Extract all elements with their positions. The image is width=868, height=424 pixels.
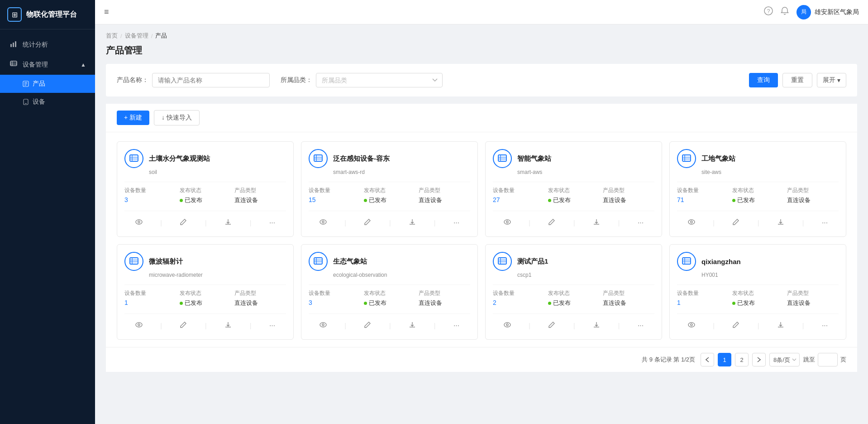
- svg-point-32: [506, 221, 508, 223]
- filter-name-input[interactable]: [152, 73, 270, 87]
- sidebar-item-device[interactable]: 设备: [0, 93, 95, 111]
- svg-rect-45: [314, 258, 322, 264]
- edit-button[interactable]: [729, 319, 743, 332]
- page-title: 产品管理: [106, 44, 857, 57]
- more-button[interactable]: ···: [450, 320, 463, 332]
- edit-button[interactable]: [729, 217, 743, 229]
- download-button[interactable]: [589, 217, 604, 229]
- product-card-2[interactable]: 泛在感知设备-容东 smart-aws-rd 设备数量 15 发布状态 已发布 …: [301, 141, 478, 237]
- card-subtitle: ecological-observation: [333, 272, 470, 278]
- content: 首页 / 设备管理 / 产品 产品管理 产品名称： 所属品类： 所属品类: [95, 24, 868, 379]
- download-button[interactable]: [221, 319, 235, 332]
- download-button[interactable]: [773, 217, 788, 229]
- view-button[interactable]: [500, 217, 515, 229]
- view-button[interactable]: [132, 319, 146, 332]
- sidebar-item-product[interactable]: 产品: [0, 75, 95, 93]
- product-card-1[interactable]: 土壤水分气象观测站 soil 设备数量 3 发布状态 已发布 产品类型 直连设备: [117, 141, 294, 237]
- card-stats: 设备数量 27 发布状态 已发布 产品类型 直连设备: [493, 182, 654, 204]
- edit-button[interactable]: [176, 319, 191, 332]
- product-card-8[interactable]: qixiangzhan HY001 设备数量 1 发布状态 已发布 产品类型 直…: [669, 244, 846, 340]
- more-button[interactable]: ···: [818, 217, 831, 229]
- edit-button[interactable]: [544, 217, 559, 229]
- prev-page-button[interactable]: [701, 353, 714, 366]
- reset-button[interactable]: 重置: [782, 73, 812, 87]
- product-card-5[interactable]: 微波辐射计 microwave-radiometer 设备数量 1 发布状态 已…: [117, 244, 294, 340]
- view-button[interactable]: [684, 319, 699, 332]
- stat-device-count-value: 15: [309, 196, 360, 203]
- page-size-select[interactable]: 8条/页: [769, 353, 800, 366]
- download-button[interactable]: [221, 217, 235, 229]
- stat-device-count-label: 设备数量: [493, 289, 544, 297]
- product-card-6[interactable]: 生态气象站 ecological-observation 设备数量 3 发布状态…: [301, 244, 478, 340]
- stat-type-label: 产品类型: [603, 187, 654, 194]
- view-button[interactable]: [500, 319, 515, 332]
- chevron-down-icon: ▾: [837, 77, 840, 84]
- product-card-3[interactable]: 智能气象站 smart-aws 设备数量 27 发布状态 已发布 产品类型 直连…: [485, 141, 662, 237]
- product-card-7[interactable]: 测试产品1 cscp1 设备数量 2 发布状态 已发布 产品类型 直连设备: [485, 244, 662, 340]
- user-info[interactable]: 局 雄安新区气象局: [796, 5, 859, 19]
- jump-input[interactable]: [818, 353, 838, 366]
- cards-panel: + 新建 ↓ 快速导入: [106, 104, 857, 372]
- query-button[interactable]: 查询: [749, 73, 778, 87]
- filter-category-select[interactable]: 所属品类: [316, 73, 443, 87]
- card-header: 微波辐射计: [124, 252, 286, 271]
- download-button[interactable]: [773, 319, 788, 332]
- sidebar-group-device-header[interactable]: 设备管理 ▲: [0, 55, 95, 75]
- filter-panel: 产品名称： 所属品类： 所属品类 查询 重置 展开 ▾: [106, 64, 857, 96]
- status-dot: [732, 302, 735, 305]
- help-icon[interactable]: ?: [764, 6, 773, 18]
- edit-button[interactable]: [360, 319, 375, 332]
- product-card-4[interactable]: 工地气象站 site-aws 设备数量 71 发布状态 已发布 产品类型 直连设…: [669, 141, 846, 237]
- menu-toggle-button[interactable]: ≡: [104, 7, 109, 17]
- more-button[interactable]: ···: [266, 217, 279, 229]
- download-button[interactable]: [589, 319, 604, 332]
- edit-button[interactable]: [360, 217, 375, 229]
- more-button[interactable]: ···: [634, 320, 647, 332]
- card-header: 土壤水分气象观测站: [124, 149, 286, 168]
- card-actions: | | | ···: [677, 313, 839, 332]
- svg-point-26: [322, 221, 324, 223]
- stat-device-count-value: 27: [493, 196, 544, 203]
- stat-publish-value: 已发布: [180, 299, 231, 307]
- stat-publish-value: 已发布: [548, 196, 600, 204]
- more-button[interactable]: ···: [450, 217, 463, 229]
- breadcrumb-device-mgmt[interactable]: 设备管理: [125, 32, 148, 40]
- next-page-button[interactable]: [752, 353, 766, 366]
- svg-rect-57: [682, 258, 691, 264]
- page-2-button[interactable]: 2: [735, 353, 749, 366]
- product-icon: [124, 149, 143, 168]
- card-header: 智能气象站: [493, 149, 654, 168]
- download-button[interactable]: [405, 217, 420, 229]
- stat-product-type: 产品类型 直连设备: [234, 187, 286, 204]
- more-button[interactable]: ···: [266, 320, 279, 332]
- view-button[interactable]: [316, 319, 330, 332]
- card-subtitle: smart-aws-rd: [333, 169, 470, 175]
- bell-icon[interactable]: [780, 6, 789, 18]
- stat-device-count-value: 1: [124, 299, 176, 306]
- view-button[interactable]: [316, 217, 330, 229]
- expand-button[interactable]: 展开 ▾: [817, 73, 846, 87]
- sidebar-item-product-label: 产品: [33, 80, 45, 88]
- new-product-button[interactable]: + 新建: [117, 111, 149, 125]
- more-button[interactable]: ···: [818, 320, 831, 332]
- stat-type-value: 直连设备: [603, 196, 654, 204]
- more-button[interactable]: ···: [634, 217, 647, 229]
- stat-type-label: 产品类型: [419, 289, 470, 297]
- card-title: 生态气象站: [333, 257, 367, 266]
- breadcrumb-home[interactable]: 首页: [106, 32, 118, 40]
- svg-point-61: [688, 323, 695, 327]
- stat-publish-status: 发布状态 已发布: [180, 289, 231, 307]
- product-icon: [677, 149, 696, 168]
- page-1-button[interactable]: 1: [718, 353, 731, 366]
- stat-publish-value: 已发布: [732, 299, 784, 307]
- card-title: 土壤水分气象观测站: [149, 154, 210, 163]
- view-button[interactable]: [684, 217, 699, 229]
- download-button[interactable]: [405, 319, 420, 332]
- sidebar-item-stats[interactable]: 统计分析: [0, 35, 95, 55]
- header-right: ? 局 雄安新区气象局: [764, 5, 859, 19]
- view-button[interactable]: [132, 217, 146, 229]
- stat-product-type: 产品类型 直连设备: [419, 187, 470, 204]
- import-button[interactable]: ↓ 快速导入: [154, 110, 200, 125]
- edit-button[interactable]: [176, 217, 191, 229]
- edit-button[interactable]: [544, 319, 559, 332]
